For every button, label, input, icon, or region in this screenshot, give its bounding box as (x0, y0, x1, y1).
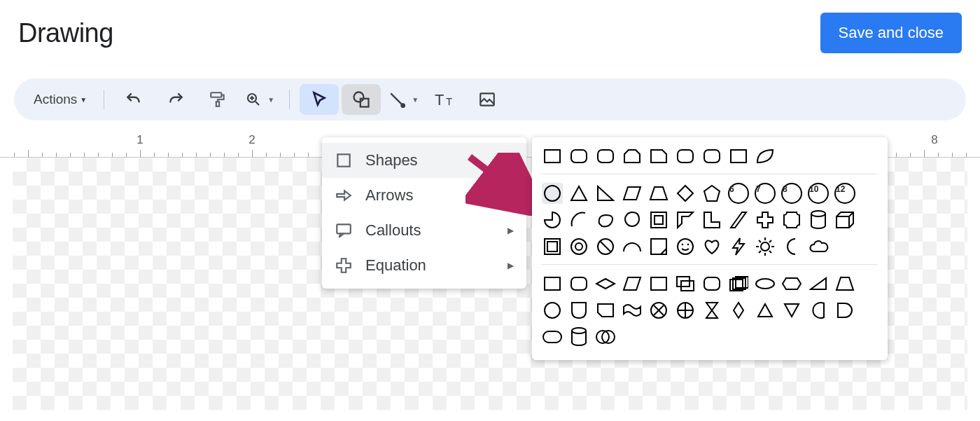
shape-option-badge-7[interactable]: 7 (755, 183, 776, 204)
shape-option-badge-12[interactable]: 12 (834, 183, 855, 204)
shape-option-l-shape[interactable] (701, 209, 722, 230)
menu-item-shapes[interactable]: Shapes ▶ (322, 143, 526, 178)
menu-item-arrows[interactable]: Arrows ▶ (322, 178, 526, 213)
shape-option-sun[interactable] (755, 236, 776, 257)
shape-option-parallelogram[interactable] (622, 273, 643, 294)
shape-option-diamond-small[interactable] (728, 300, 749, 321)
svg-rect-62 (543, 331, 561, 343)
menu-item-callouts[interactable]: Callouts ▶ (322, 213, 526, 248)
shape-option-overlap-circle[interactable] (595, 326, 616, 347)
image-icon (478, 90, 496, 109)
shape-option-round-rect[interactable] (675, 146, 696, 167)
shape-option-round-rect[interactable] (568, 273, 589, 294)
shape-option-right-triangle[interactable] (595, 183, 616, 204)
shape-option-diamond[interactable] (675, 183, 696, 204)
shape-option-diamond-thin[interactable] (595, 273, 616, 294)
shape-option-circle-plus[interactable] (675, 300, 696, 321)
shape-option-badge-10[interactable]: 10 (808, 183, 829, 204)
shape-option-d-shape[interactable] (834, 300, 855, 321)
menu-item-label: Callouts (365, 221, 421, 240)
shape-option-snip-corner[interactable] (648, 146, 669, 167)
shape-option-frame[interactable] (648, 209, 669, 230)
shape-option-parallelogram[interactable] (622, 183, 643, 204)
shape-option-moon[interactable] (781, 236, 802, 257)
image-tool-button[interactable] (468, 84, 507, 115)
shape-option-no-symbol[interactable] (595, 236, 616, 257)
shape-option-cross[interactable] (755, 209, 776, 230)
shape-option-chord[interactable] (808, 300, 829, 321)
shape-option-triangle-down[interactable] (781, 300, 802, 321)
paint-format-button[interactable] (198, 84, 237, 115)
shape-option-half-frame[interactable] (675, 209, 696, 230)
svg-point-22 (545, 186, 560, 201)
shape-option-slash[interactable] (728, 209, 749, 230)
shape-option-cube[interactable] (834, 209, 855, 230)
svg-rect-24 (654, 216, 663, 224)
shape-option-hourglass[interactable] (701, 300, 722, 321)
shape-option-hexagon-wide[interactable] (781, 273, 802, 294)
zoom-button[interactable]: ▼ (240, 84, 279, 115)
shape-option-folded[interactable] (648, 236, 669, 257)
shape-option-round-rect[interactable] (701, 273, 722, 294)
svg-line-42 (769, 251, 771, 253)
shape-option-oval-wide[interactable] (755, 273, 776, 294)
shape-option-round-rect[interactable] (595, 146, 616, 167)
shape-option-round-rect[interactable] (568, 146, 589, 167)
shape-option-wave[interactable] (622, 300, 643, 321)
shape-option-circle-x[interactable] (648, 300, 669, 321)
shape-option-trapezoid[interactable] (834, 273, 855, 294)
shape-tool-button[interactable] (342, 84, 381, 115)
shape-option-leaf[interactable] (755, 146, 776, 167)
shape-option-wedge[interactable] (808, 273, 829, 294)
shape-option-trapezoid[interactable] (648, 183, 669, 204)
shape-option-donut[interactable] (568, 236, 589, 257)
panel-separator (542, 264, 878, 265)
svg-point-28 (571, 239, 587, 254)
submenu-arrow-icon: ▶ (507, 156, 514, 165)
redo-button[interactable] (156, 84, 195, 115)
shape-option-cylinder[interactable] (808, 209, 829, 230)
shape-option-rect[interactable] (542, 273, 563, 294)
shape-option-rect[interactable] (542, 146, 563, 167)
shape-option-pie[interactable] (542, 209, 563, 230)
shape-option-teardrop[interactable] (622, 209, 643, 230)
shape-option-rect[interactable] (648, 273, 669, 294)
actions-menu-button[interactable]: Actions ▼ (29, 84, 91, 115)
shape-option-blob[interactable] (595, 209, 616, 230)
svg-rect-20 (704, 150, 720, 163)
undo-button[interactable] (114, 84, 153, 115)
shape-option-shield[interactable] (568, 300, 589, 321)
shape-option-badge-8[interactable]: 8 (781, 183, 802, 204)
shape-option-pentagon[interactable] (701, 183, 722, 204)
shape-option-triangle-up[interactable] (755, 300, 776, 321)
shape-option-heart[interactable] (701, 236, 722, 257)
shape-option-smiley[interactable] (675, 236, 696, 257)
shape-option-badge-6[interactable]: 6 (728, 183, 749, 204)
svg-point-6 (354, 92, 364, 102)
shape-option-bolt[interactable] (728, 236, 749, 257)
menu-item-equation[interactable]: Equation ▶ (322, 248, 526, 283)
shape-option-cylinder[interactable] (568, 326, 589, 347)
shape-option-round-rect[interactable] (701, 146, 722, 167)
shape-option-stack[interactable] (675, 273, 696, 294)
line-tool-button[interactable]: ▼ (384, 84, 423, 115)
shape-option-capsule[interactable] (542, 326, 563, 347)
shape-option-bevel[interactable] (542, 236, 563, 257)
shape-option-circle[interactable] (542, 300, 563, 321)
shape-option-plaque[interactable] (781, 209, 802, 230)
svg-rect-21 (731, 150, 746, 163)
shape-option-circle[interactable] (542, 183, 563, 204)
menu-item-label: Equation (365, 256, 426, 275)
shape-option-arc2[interactable] (622, 236, 643, 257)
shape-option-arc[interactable] (568, 209, 589, 230)
shape-option-triangle[interactable] (568, 183, 589, 204)
save-and-close-button[interactable]: Save and close (820, 13, 962, 53)
shape-option-cloud[interactable] (808, 236, 829, 257)
shape-option-stack2[interactable] (728, 273, 749, 294)
shape-option-cut-rect[interactable] (595, 300, 616, 321)
shape-option-rect[interactable] (728, 146, 749, 167)
svg-rect-16 (545, 150, 560, 163)
textbox-tool-button[interactable]: TT (426, 84, 465, 115)
select-tool-button[interactable] (300, 84, 339, 115)
shape-option-snip-top[interactable] (622, 146, 643, 167)
